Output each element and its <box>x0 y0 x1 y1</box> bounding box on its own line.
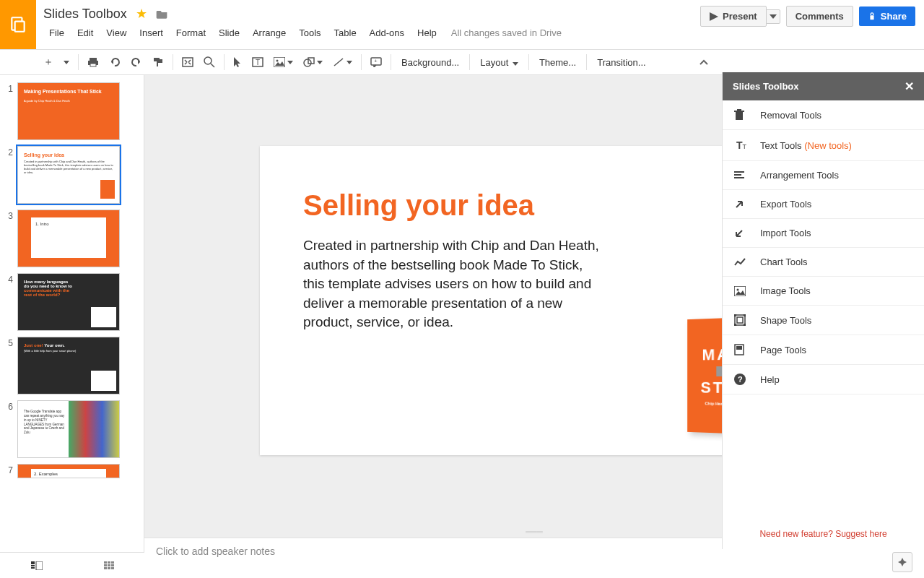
thumb-4[interactable]: How many languages do you need to know t… <box>17 273 120 331</box>
chart-icon <box>734 258 749 267</box>
line-tool[interactable] <box>328 54 357 70</box>
svg-rect-41 <box>737 317 743 323</box>
menu-edit[interactable]: Edit <box>71 25 99 41</box>
shape-tool[interactable] <box>299 54 327 70</box>
layout-button[interactable]: Layout <box>474 54 524 71</box>
svg-line-16 <box>334 59 343 66</box>
svg-rect-1 <box>15 22 25 32</box>
suggest-link[interactable]: Need new feature? Suggest here <box>759 529 886 539</box>
svg-point-13 <box>276 60 279 62</box>
zoom-button[interactable] <box>199 53 219 71</box>
select-tool[interactable] <box>229 53 246 71</box>
notes-placeholder: Click to add speaker notes <box>156 545 275 557</box>
present-button[interactable]: Present <box>700 6 767 27</box>
menu-insert[interactable]: Insert <box>134 25 169 41</box>
collapse-toolbar-icon[interactable] <box>692 56 715 68</box>
grid-view-icon[interactable] <box>104 561 114 570</box>
menu-view[interactable]: View <box>100 25 132 41</box>
sidebar-item-arrangement[interactable]: Arrangement Tools <box>723 161 924 190</box>
undo-button[interactable] <box>105 54 125 70</box>
book-mini-icon <box>100 180 115 199</box>
svg-rect-36 <box>734 174 741 176</box>
slide-heading[interactable]: Selling your idea <box>303 189 765 222</box>
menu-arrange[interactable]: Arrange <box>247 25 292 41</box>
new-slide-button[interactable]: ＋ <box>39 53 58 72</box>
zoom-fit-button[interactable] <box>178 54 198 70</box>
folder-icon[interactable] <box>156 9 167 19</box>
background-button[interactable]: Background... <box>396 54 465 71</box>
svg-rect-29 <box>104 567 107 569</box>
slide-body[interactable]: Created in partnership with Chip and Dan… <box>303 236 606 332</box>
svg-rect-21 <box>31 567 35 569</box>
svg-rect-19 <box>31 561 35 564</box>
thumb-7[interactable]: 2. Examples <box>17 464 120 478</box>
svg-rect-24 <box>108 561 110 564</box>
sidebar-item-page[interactable]: Page Tools <box>723 335 924 365</box>
svg-rect-3 <box>90 58 97 61</box>
svg-point-14 <box>304 59 311 66</box>
comment-tool[interactable]: + <box>366 54 386 70</box>
svg-text:?: ? <box>738 375 743 384</box>
slides-logo[interactable] <box>0 0 36 49</box>
svg-rect-5 <box>90 64 96 66</box>
menu-format[interactable]: Format <box>170 25 212 41</box>
paint-format-button[interactable] <box>148 53 168 71</box>
star-icon[interactable]: ★ <box>136 6 147 22</box>
sidebar-item-shape[interactable]: Shape Tools <box>723 306 924 335</box>
menu-tools[interactable]: Tools <box>293 25 326 41</box>
thumb-6[interactable]: The Google Translate app can repeat anyt… <box>17 400 120 458</box>
svg-point-39 <box>737 288 739 290</box>
thumb-1[interactable]: Making Presentations That Stick A guide … <box>17 82 120 140</box>
doc-title[interactable]: Slides Toolbox <box>43 7 127 22</box>
menu-slide[interactable]: Slide <box>213 25 245 41</box>
svg-rect-47 <box>736 346 742 350</box>
sidebar-item-chart[interactable]: Chart Tools <box>723 248 924 277</box>
menu-file[interactable]: File <box>43 25 70 41</box>
sidebar-item-import[interactable]: Import Tools <box>723 219 924 248</box>
comments-button[interactable]: Comments <box>786 6 853 27</box>
theme-button[interactable]: Theme... <box>533 54 582 71</box>
thumb-5[interactable]: Just one! Your own. (With a little help … <box>17 337 120 394</box>
sidebar-item-help[interactable]: ? Help <box>723 365 924 394</box>
svg-point-42 <box>734 314 736 316</box>
menu-help[interactable]: Help <box>411 25 443 41</box>
menu-addons[interactable]: Add-ons <box>364 25 410 41</box>
new-slide-dropdown[interactable] <box>59 58 74 67</box>
close-icon[interactable]: ✕ <box>905 79 914 93</box>
sidebar-item-removal[interactable]: Removal Tools <box>723 100 924 130</box>
view-switch <box>0 552 144 578</box>
thumb-num: 3 <box>3 210 13 267</box>
sidebar-item-text[interactable]: TT Text Tools (New tools) <box>723 130 924 161</box>
svg-rect-23 <box>104 561 107 564</box>
thumb-2[interactable]: Selling your idea Created in partnership… <box>17 146 120 204</box>
svg-line-9 <box>211 64 214 67</box>
explore-button[interactable] <box>892 552 912 572</box>
filmstrip-view-icon[interactable] <box>31 561 43 570</box>
svg-rect-6 <box>154 58 160 61</box>
svg-rect-26 <box>104 564 107 566</box>
transition-button[interactable]: Transition... <box>591 54 651 71</box>
thumb-3[interactable]: 1. Intro <box>17 210 120 267</box>
menu-table[interactable]: Table <box>328 25 362 41</box>
share-button[interactable]: Share <box>859 7 915 26</box>
redo-button[interactable] <box>126 54 147 70</box>
svg-rect-7 <box>183 58 193 66</box>
print-button[interactable] <box>83 53 103 71</box>
textbox-tool[interactable]: T <box>248 54 268 70</box>
thumb-num: 5 <box>3 337 13 394</box>
sidebar-item-export[interactable]: Export Tools <box>723 190 924 219</box>
export-icon <box>734 199 749 210</box>
svg-text:+: + <box>374 58 378 64</box>
toolbar: ＋ T + Background... Layout Theme... Tran… <box>0 49 924 75</box>
image-tool[interactable] <box>269 54 297 70</box>
sidebar-item-image[interactable]: Image Tools <box>723 277 924 306</box>
page-icon <box>734 344 749 355</box>
svg-point-45 <box>744 324 746 327</box>
svg-rect-33 <box>734 111 744 112</box>
slide-panel[interactable]: 1 Making Presentations That Stick A guid… <box>0 75 144 578</box>
svg-rect-27 <box>108 564 110 566</box>
svg-point-8 <box>204 57 212 64</box>
present-dropdown[interactable] <box>766 9 780 24</box>
svg-rect-22 <box>36 561 43 570</box>
addon-sidebar: Slides Toolbox ✕ Removal Tools TT Text T… <box>722 72 924 549</box>
